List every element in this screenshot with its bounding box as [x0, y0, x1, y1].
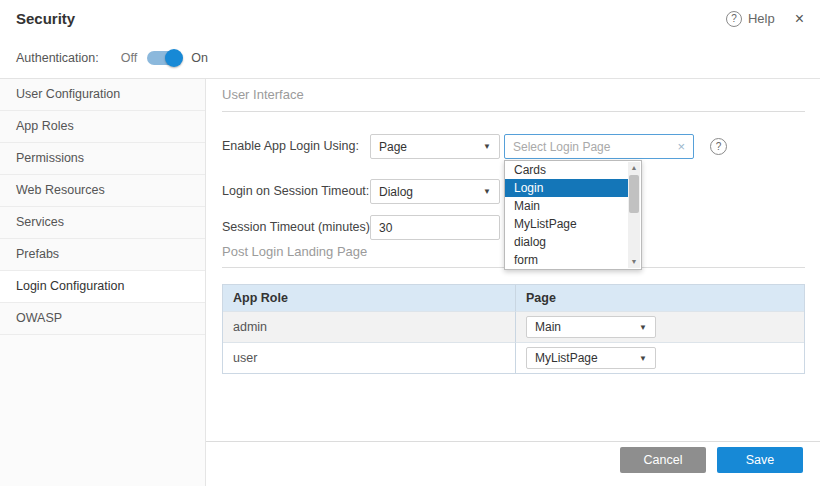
- scroll-up-icon[interactable]: ▲: [628, 162, 640, 174]
- sidebar-item-app-roles[interactable]: App Roles: [0, 111, 205, 143]
- authentication-bar: Authentication: Off On: [0, 37, 820, 79]
- page-cell: Main ▼: [516, 311, 804, 342]
- dropdown-option-main[interactable]: Main: [505, 197, 629, 215]
- enable-app-login-value: Page: [379, 140, 407, 154]
- page-cell: MyListPage ▼: [516, 342, 804, 373]
- login-page-dropdown: Cards Login Main MyListPage dialog form …: [504, 160, 642, 270]
- cancel-button[interactable]: Cancel: [620, 447, 706, 473]
- section-divider: [222, 111, 805, 112]
- chevron-down-icon: ▼: [483, 187, 491, 196]
- close-icon[interactable]: ×: [795, 11, 804, 27]
- dropdown-option-mylistpage[interactable]: MyListPage: [505, 215, 629, 233]
- table-row: admin Main ▼: [223, 311, 804, 342]
- table-row: user MyListPage ▼: [223, 342, 804, 373]
- settings-sidebar: User Configuration App Roles Permissions…: [0, 79, 206, 486]
- security-dialog: Security ? Help × Authentication: Off On…: [0, 0, 820, 486]
- dropdown-option-form[interactable]: form: [505, 251, 629, 269]
- chevron-down-icon: ▼: [483, 142, 491, 151]
- dropdown-option-dialog[interactable]: dialog: [505, 233, 629, 251]
- timeout-minutes-input[interactable]: [379, 221, 491, 235]
- toggle-off-label[interactable]: Off: [121, 51, 137, 65]
- dialog-header: Security ? Help ×: [0, 0, 820, 37]
- app-role-cell: user: [223, 342, 516, 373]
- login-configuration-panel: User Interface Enable App Login Using: P…: [206, 79, 820, 486]
- toggle-knob-icon: [165, 49, 183, 67]
- session-timeout-select[interactable]: Dialog ▼: [370, 179, 500, 204]
- header-actions: ? Help ×: [726, 11, 804, 27]
- sidebar-item-prefabs[interactable]: Prefabs: [0, 239, 205, 271]
- dropdown-option-login[interactable]: Login: [505, 179, 629, 197]
- timeout-minutes-field: [370, 215, 500, 240]
- admin-landing-page-value: Main: [535, 320, 561, 334]
- page-title: Security: [16, 10, 75, 27]
- login-page-help-icon[interactable]: ?: [710, 138, 727, 155]
- help-icon[interactable]: ?: [726, 11, 742, 27]
- chevron-down-icon: ▼: [639, 323, 647, 332]
- clear-icon[interactable]: ×: [677, 139, 685, 154]
- sidebar-item-services[interactable]: Services: [0, 207, 205, 239]
- user-landing-page-select[interactable]: MyListPage ▼: [526, 347, 656, 369]
- post-login-section-title: Post Login Landing Page: [222, 244, 367, 259]
- timeout-minutes-label: Session Timeout (minutes):: [222, 215, 373, 240]
- authentication-label: Authentication:: [16, 51, 99, 65]
- footer-divider: [206, 441, 820, 442]
- session-timeout-value: Dialog: [379, 185, 413, 199]
- scroll-down-icon[interactable]: ▼: [628, 256, 640, 268]
- app-role-cell: admin: [223, 311, 516, 342]
- sidebar-item-owasp[interactable]: OWASP: [0, 303, 205, 335]
- toggle-on-label[interactable]: On: [191, 51, 208, 65]
- sidebar-item-web-resources[interactable]: Web Resources: [0, 175, 205, 207]
- user-interface-section-title: User Interface: [222, 87, 304, 102]
- admin-landing-page-select[interactable]: Main ▼: [526, 316, 656, 338]
- column-header-page: Page: [516, 285, 804, 311]
- sidebar-item-user-configuration[interactable]: User Configuration: [0, 79, 205, 111]
- login-page-combobox[interactable]: ×: [504, 134, 694, 159]
- session-timeout-label: Login on Session Timeout:: [222, 179, 369, 204]
- landing-page-table: App Role Page admin Main ▼ user MyListPa…: [222, 284, 805, 374]
- chevron-down-icon: ▼: [639, 354, 647, 363]
- sidebar-item-login-configuration[interactable]: Login Configuration: [0, 271, 205, 303]
- enable-app-login-label: Enable App Login Using:: [222, 134, 359, 159]
- scrollbar-thumb[interactable]: [629, 175, 639, 213]
- login-page-input[interactable]: [513, 140, 671, 154]
- table-header-row: App Role Page: [223, 285, 804, 311]
- save-button[interactable]: Save: [717, 447, 803, 473]
- dropdown-scrollbar[interactable]: ▲ ▼: [628, 162, 640, 268]
- user-landing-page-value: MyListPage: [535, 351, 598, 365]
- help-link[interactable]: Help: [748, 11, 775, 26]
- enable-app-login-select[interactable]: Page ▼: [370, 134, 500, 159]
- column-header-app-role: App Role: [223, 285, 516, 311]
- authentication-toggle[interactable]: [147, 51, 181, 65]
- dropdown-option-cards[interactable]: Cards: [505, 161, 629, 179]
- sidebar-item-permissions[interactable]: Permissions: [0, 143, 205, 175]
